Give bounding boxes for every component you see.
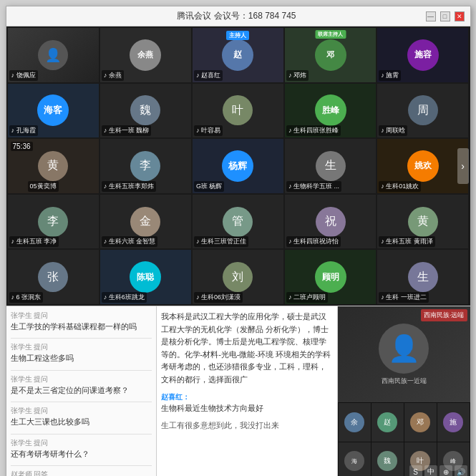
video-cell-23[interactable]: 刘 ♪ 生科06刘潇漠 — [193, 250, 283, 304]
video-cell-12[interactable]: 李 ♪ 生科五班李郑炜 — [100, 139, 191, 193]
window-controls: — □ ✕ — [426, 11, 465, 21]
qa-panel: 张学生 提问 生工学技的学科基础课程都一样的吗 张学生 提问 生物工程这些多吗 … — [6, 306, 157, 476]
name-label-7: ♪ 生科一班 魏柳 — [102, 125, 152, 136]
mini-avatar-2: 赵 — [377, 412, 397, 432]
video-cell-10[interactable]: 周 ♪ 周联晗 — [377, 84, 468, 138]
qa-asker-3: 张学生 提问 — [11, 374, 152, 384]
app-window: 腾讯会议 会议号：168 784 745 — □ ✕ 👤 ♪ 饶佩应 余燕 ♪ — [6, 6, 471, 476]
chat-footer: 生工有很多意想到此，我没打出来 — [161, 420, 333, 431]
qa-question-2: 生物工程这些多吗 — [11, 353, 152, 364]
mini-avatar-3: 邓 — [410, 412, 430, 432]
name-label-4: ♪ 邓炜 — [286, 70, 309, 81]
tray-icon-zh: 中 — [424, 465, 437, 476]
mini-avatar-1: 余 — [344, 412, 364, 432]
qa-item-4: 张学生 提问 生工大三课也比较多吗 — [11, 406, 152, 427]
next-page-button[interactable]: › — [457, 148, 469, 184]
video-cell-11[interactable]: 黄 75:36 05黄奕博 — [8, 139, 99, 193]
tray-icon-s: S — [409, 465, 422, 476]
name-label-15: ♪ 生科01姚欢 — [379, 181, 421, 192]
video-cell-8[interactable]: 叶 ♪ 叶容易 — [193, 84, 283, 138]
name-label-25: ♪ 生科 一班进二 — [379, 292, 429, 303]
qa-asker-2: 张学生 提问 — [11, 342, 152, 352]
mini-avatar-6: 魏 — [377, 451, 397, 471]
video-cell-13[interactable]: 杨辉 G班 杨辉 — [193, 139, 283, 193]
video-cell-7[interactable]: 魏 ♪ 生科一班 魏柳 — [100, 84, 191, 138]
mini-cell-2: 赵 — [371, 403, 404, 441]
video-cell-1[interactable]: 👤 ♪ 饶佩应 — [8, 28, 99, 82]
minimize-button[interactable]: — — [426, 11, 436, 21]
qa-item-5: 张学生 提问 还有考研考研考什么？ — [11, 438, 152, 460]
name-label-11: 05黄奕博 — [28, 181, 59, 192]
name-label-24: ♪ 二班卢顾明 — [286, 292, 328, 303]
name-label-14: ♪ 生物科学五班 ... — [286, 181, 341, 192]
name-label-13: G班 杨辉 — [194, 181, 225, 192]
chat-response: 赵喜红： 生物科最近生物技术方向最好 — [161, 392, 333, 415]
system-tray: S 中 ⊕ 🔊 — [409, 465, 467, 476]
name-label-20: ♪ 生科五班 黄雨泽 — [379, 236, 435, 247]
name-label-16: ♪ 生科五班 李净 — [9, 236, 59, 247]
name-label-9: ♪ 生科四班张胜峰 — [286, 125, 341, 136]
name-label-1: ♪ 饶佩应 — [9, 70, 38, 81]
name-label-10: ♪ 周联晗 — [379, 125, 407, 136]
speaker-avatar: 👤 — [379, 324, 429, 374]
name-label-2: ♪ 余燕 — [102, 70, 124, 81]
close-button[interactable]: ✕ — [455, 11, 465, 21]
mini-cell-4: 施 — [437, 403, 470, 441]
name-label-6: ♪ 孔海霞 — [9, 125, 38, 136]
mini-cell-6: 魏 — [371, 442, 404, 476]
video-cell-22[interactable]: 陈聪 ♪ 生科6班跳龙 — [100, 250, 191, 304]
mini-cell-1: 余 — [339, 403, 371, 441]
qa-question-1: 生工学技的学科基础课程都一样的吗 — [11, 321, 152, 332]
chat-response-name: 赵喜红： — [161, 392, 333, 402]
maximize-button[interactable]: □ — [440, 11, 450, 21]
brand-watermark: 西南民族·远端 — [421, 309, 467, 321]
video-cell-25[interactable]: 生 ♪ 生科 一班进二 — [377, 250, 468, 304]
video-cell-16[interactable]: 李 ♪ 生科五班 李净 — [8, 195, 99, 249]
video-cell-5[interactable]: 施容 ♪ 施霄 — [377, 28, 468, 82]
mini-speaker-view: 👤 西南民族一近端 西南民族·远端 — [338, 306, 470, 402]
qa-item-1: 张学生 提问 生工学技的学科基础课程都一样的吗 — [11, 311, 152, 332]
mini-avatar-4: 施 — [443, 412, 463, 432]
name-label-18: ♪ 生科三班管正佳 — [194, 236, 248, 247]
cohost-badge: 联席主持人 — [315, 30, 346, 39]
window-title: 腾讯会议 会议号：168 784 745 — [48, 10, 426, 22]
video-cell-15[interactable]: 姚欢 ♪ 生科01姚欢 — [377, 139, 468, 193]
chat-response-text: 生物科最近生物技术方向最好 — [161, 402, 333, 415]
chat-panel: 我本科是武汉工程大学的应用化学，硕士是武汉工程大学的无机化学（发酵品 分析化学）… — [157, 306, 338, 476]
video-cell-20[interactable]: 黄 ♪ 生科五班 黄雨泽 — [377, 195, 468, 249]
video-cell-17[interactable]: 金 ♪ 生科六班 金智慧 — [100, 195, 191, 249]
name-label-8: ♪ 叶容易 — [194, 125, 223, 136]
video-area: 👤 ♪ 饶佩应 余燕 ♪ 余燕 赵 主持人 ♪ 赵喜红 — [6, 26, 470, 306]
mini-cell-5: 海 — [339, 442, 371, 476]
qa-asker-1: 张学生 提问 — [11, 311, 152, 321]
timer-overlay: 75:36 — [11, 142, 33, 151]
video-cell-21[interactable]: 张 ♪ 6 张洞东 — [8, 250, 99, 304]
video-cell-14[interactable]: 生 ♪ 生物科学五班 ... — [285, 139, 376, 193]
qa-asker-4: 张学生 提问 — [11, 406, 152, 416]
host-badge: 主持人 — [226, 31, 249, 40]
name-label-3: ♪ 赵喜红 — [194, 70, 223, 81]
video-cell-19[interactable]: 祝 ♪ 生科四班祝诗怡 — [285, 195, 376, 249]
qa-asker-6: 赵老师 回答 — [11, 470, 152, 476]
video-cell-6[interactable]: 海客 ♪ 孔海霞 — [8, 84, 99, 138]
video-cell-24[interactable]: 顾明 ♪ 二班卢顾明 — [285, 250, 376, 304]
video-cell-18[interactable]: 管 ♪ 生科三班管正佳 — [193, 195, 283, 249]
name-label-21: ♪ 6 张洞东 — [9, 292, 44, 303]
title-bar: 腾讯会议 会议号：168 784 745 — □ ✕ — [6, 6, 470, 26]
video-cell-4[interactable]: 邓 联席主持人 ♪ 邓炜 — [285, 28, 376, 82]
qa-question-3: 是不是太三省定位的问课道考察？ — [11, 385, 152, 396]
mini-cell-3: 邓 — [404, 403, 437, 441]
qa-item-6: 赵老师 回答 谢谢老师 — [11, 470, 152, 476]
chat-intro-text: 我本科是武汉工程大学的应用化学，硕士是武汉工程大学的无机化学（发酵品 分析化学）… — [161, 311, 333, 387]
qa-asker-5: 张学生 提问 — [11, 438, 152, 448]
video-cell-2[interactable]: 余燕 ♪ 余燕 — [100, 28, 191, 82]
tray-icon-net: ⊕ — [439, 465, 452, 476]
mini-video-panel: 👤 西南民族一近端 西南民族·远端 余 赵 邓 施 — [338, 306, 470, 476]
qa-item-3: 张学生 提问 是不是太三省定位的问课道考察？ — [11, 374, 152, 396]
name-label-5: ♪ 施霄 — [379, 70, 401, 81]
name-label-12: ♪ 生科五班李郑炜 — [102, 181, 156, 192]
video-cell-3[interactable]: 赵 主持人 ♪ 赵喜红 — [193, 28, 283, 82]
tray-icon-vol: 🔊 — [455, 465, 467, 476]
qa-question-5: 还有考研考研考什么？ — [11, 449, 152, 460]
video-cell-9[interactable]: 胜峰 ♪ 生科四班张胜峰 — [285, 84, 376, 138]
